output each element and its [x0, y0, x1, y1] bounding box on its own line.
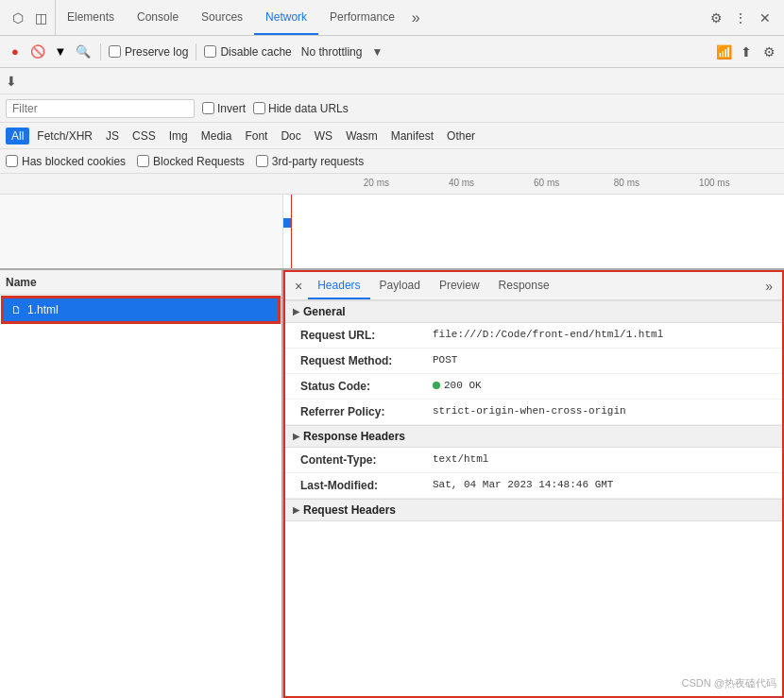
status-green-dot: [433, 382, 440, 389]
network-toolbar: ● 🚫 ▼ 🔍 Preserve log Disable cache No th…: [0, 36, 784, 68]
ruler-mark-20ms: 20 ms: [364, 178, 389, 188]
invert-checkbox[interactable]: [202, 102, 214, 114]
dock-icon[interactable]: ◫: [32, 9, 49, 26]
third-party-text: 3rd-party requests: [272, 155, 364, 168]
type-btn-media[interactable]: Media: [196, 128, 238, 145]
details-content: General Request URL: file:///D:/Code/fro…: [285, 300, 782, 696]
general-row-url: Request URL: file:///D:/Code/front-end/h…: [285, 323, 782, 349]
timeline-red-line: [291, 195, 292, 268]
invert-checkbox-label[interactable]: Invert: [202, 102, 246, 115]
type-btn-doc[interactable]: Doc: [275, 128, 306, 145]
type-btn-wasm[interactable]: Wasm: [340, 128, 383, 145]
detail-tab-headers[interactable]: Headers: [308, 272, 369, 299]
detail-close-button[interactable]: ×: [289, 279, 308, 294]
status-val: 200 OK: [433, 378, 482, 395]
disable-cache-label: Disable cache: [220, 45, 291, 59]
tab-more-icon[interactable]: »: [406, 9, 426, 26]
type-filter-row: All Fetch/XHR JS CSS Img Media Font Doc …: [0, 123, 784, 149]
details-tabs: × Headers Payload Preview Response »: [285, 272, 782, 300]
referrer-key: Referrer Policy:: [300, 403, 433, 420]
main-area: Name 🗋 1.html × Headers Payload Preview …: [0, 270, 784, 698]
detail-tab-payload[interactable]: Payload: [370, 272, 430, 299]
close-devtools-icon[interactable]: ✕: [756, 9, 775, 27]
type-btn-ws[interactable]: WS: [309, 128, 338, 145]
response-headers-section-header[interactable]: Response Headers: [285, 425, 782, 448]
hide-data-urls-checkbox-label[interactable]: Hide data URLs: [253, 102, 349, 115]
tab-network[interactable]: Network: [254, 0, 318, 35]
blocked-requests-text: Blocked Requests: [153, 155, 245, 168]
invert-label: Invert: [217, 102, 246, 115]
requests-header-label: Name: [6, 276, 37, 289]
timeline-ruler: 20 ms 40 ms 60 ms 80 ms 100 ms: [0, 174, 784, 195]
request-item-wrapper: 🗋 1.html: [4, 298, 278, 321]
status-key: Status Code:: [300, 378, 433, 395]
tab-bar: ⬡ ◫ Elements Console Sources Network Per…: [0, 0, 784, 36]
preserve-log-checkbox-label[interactable]: Preserve log: [109, 45, 188, 59]
content-type-val: text/html: [433, 451, 488, 468]
wifi-icon[interactable]: 📶: [714, 43, 733, 61]
timeline-blue-indicator: [283, 218, 291, 228]
general-section-header[interactable]: General: [285, 300, 782, 323]
separator-1: [100, 43, 101, 60]
hide-data-urls-label: Hide data URLs: [268, 102, 349, 115]
preserve-log-label: Preserve log: [125, 45, 188, 59]
blocked-requests-label[interactable]: Blocked Requests: [137, 155, 245, 168]
tab-elements[interactable]: Elements: [56, 0, 126, 35]
detail-tab-response[interactable]: Response: [489, 272, 559, 299]
download-icon[interactable]: ⬇: [6, 74, 17, 89]
file-icon: 🗋: [11, 304, 22, 315]
third-party-label[interactable]: 3rd-party requests: [256, 155, 364, 168]
content-type-key: Content-Type:: [300, 451, 433, 468]
requests-header: Name: [0, 270, 281, 295]
request-headers-section-header[interactable]: Request Headers: [285, 499, 782, 521]
search-icon[interactable]: 🔍: [74, 43, 93, 61]
blocked-requests-checkbox[interactable]: [137, 155, 149, 167]
record-button[interactable]: ●: [6, 43, 25, 61]
request-item-1html[interactable]: 🗋 1.html: [4, 298, 278, 321]
type-btn-img[interactable]: Img: [163, 128, 194, 145]
hide-data-urls-checkbox[interactable]: [253, 102, 265, 114]
third-party-checkbox[interactable]: [256, 155, 268, 167]
blocked-cookies-checkbox[interactable]: [6, 155, 18, 167]
tab-console[interactable]: Console: [126, 0, 190, 35]
response-row-last-modified: Last-Modified: Sat, 04 Mar 2023 14:48:46…: [285, 473, 782, 499]
ruler-marks: 20 ms 40 ms 60 ms 80 ms 100 ms: [283, 174, 784, 194]
separator-2: [196, 43, 196, 60]
more-options-icon[interactable]: ⋮: [731, 9, 750, 27]
type-btn-css[interactable]: CSS: [127, 128, 162, 145]
stop-button[interactable]: 🚫: [28, 43, 47, 61]
type-btn-js[interactable]: JS: [100, 128, 125, 145]
preserve-log-checkbox[interactable]: [109, 45, 121, 58]
settings-icon[interactable]: ⚙: [707, 9, 725, 27]
throttle-dropdown-icon[interactable]: ▼: [371, 45, 383, 59]
filter-icon[interactable]: ▼: [51, 43, 70, 61]
disable-cache-checkbox[interactable]: [204, 45, 216, 58]
toolbar2: ⬇: [0, 68, 784, 94]
type-btn-all[interactable]: All: [6, 128, 29, 145]
general-row-referrer: Referrer Policy: strict-origin-when-cros…: [285, 400, 782, 425]
tab-performance[interactable]: Performance: [318, 0, 406, 35]
tab-sources[interactable]: Sources: [190, 0, 254, 35]
ruler-mark-60ms: 60 ms: [534, 178, 559, 188]
blocked-cookies-label[interactable]: Has blocked cookies: [6, 155, 126, 168]
devtools-icons: ⬡ ◫: [4, 0, 56, 35]
type-btn-other[interactable]: Other: [441, 128, 481, 145]
method-val: POST: [433, 352, 457, 369]
blocked-cookies-text: Has blocked cookies: [22, 155, 126, 168]
filter-input[interactable]: [6, 99, 195, 118]
disable-cache-checkbox-label[interactable]: Disable cache: [204, 45, 291, 59]
throttle-selector[interactable]: No throttling: [296, 43, 368, 60]
ruler-mark-40ms: 40 ms: [449, 178, 474, 188]
cursor-icon[interactable]: ⬡: [9, 9, 26, 26]
network-settings-icon[interactable]: ⚙: [759, 43, 778, 61]
url-val: file:///D:/Code/front-end/html/1.html: [433, 327, 663, 344]
detail-tab-more[interactable]: »: [759, 279, 778, 294]
status-text: 200 OK: [444, 380, 482, 391]
type-btn-fetch-xhr[interactable]: Fetch/XHR: [31, 128, 98, 145]
toolbar-right: 📶 ⬆ ⚙: [714, 43, 778, 61]
type-btn-font[interactable]: Font: [239, 128, 273, 145]
type-btn-manifest[interactable]: Manifest: [385, 128, 439, 145]
upload-icon[interactable]: ⬆: [737, 43, 756, 61]
detail-tab-preview[interactable]: Preview: [430, 272, 489, 299]
details-panel: × Headers Payload Preview Response » Gen…: [283, 270, 784, 698]
